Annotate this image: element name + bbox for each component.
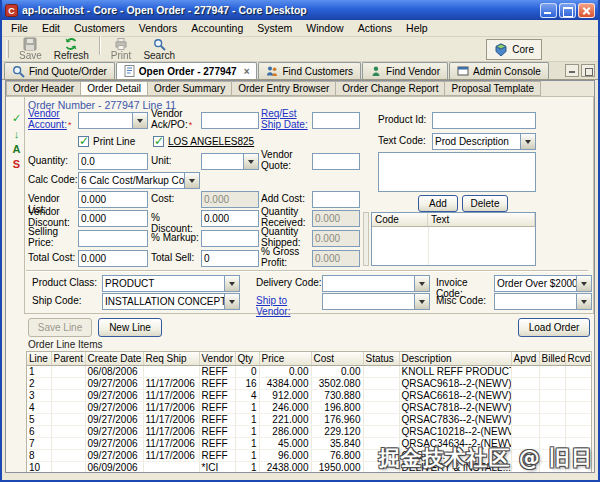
table-row[interactable]: 1006/09/2006*ICI12438.0001950.000DELIVER… bbox=[27, 462, 591, 474]
column-header-description[interactable]: Description bbox=[399, 352, 511, 366]
letter-a-icon[interactable]: A bbox=[10, 143, 23, 156]
calc-code-combo[interactable]: 6 Calc Cost/Markup Cost bbox=[78, 172, 200, 189]
search-button[interactable]: Search bbox=[137, 36, 181, 62]
tab-find-vendor[interactable]: Find Vendor bbox=[362, 62, 448, 79]
total-sell-input[interactable] bbox=[201, 250, 259, 267]
table-row[interactable]: 509/27/200611/17/2006REFF1221.000176.960… bbox=[27, 414, 591, 426]
check-icon[interactable]: ✓ bbox=[10, 112, 23, 125]
core-badge[interactable]: Core bbox=[486, 39, 542, 60]
table-row[interactable]: 609/27/200611/17/2006REFF1286.000229.120… bbox=[27, 426, 591, 438]
product-description-textarea[interactable] bbox=[378, 152, 536, 192]
unit-combo[interactable] bbox=[201, 153, 259, 170]
vendor-quote-input[interactable] bbox=[312, 153, 360, 170]
chevron-down-icon[interactable] bbox=[184, 173, 199, 188]
pct-markup-input[interactable] bbox=[201, 230, 259, 247]
print-line-checkbox[interactable]: Print Line bbox=[78, 136, 135, 147]
subtab-order-header[interactable]: Order Header bbox=[6, 81, 81, 96]
chevron-down-icon[interactable] bbox=[414, 294, 429, 309]
ship-location-checkbox[interactable]: LOS ANGELES825 bbox=[153, 136, 254, 147]
load-order-button[interactable]: Load Order bbox=[518, 318, 590, 337]
column-header-rcvd[interactable]: Rcvd bbox=[565, 352, 591, 366]
text-code-combo[interactable]: Prod Description bbox=[432, 133, 536, 150]
total-cost-input[interactable] bbox=[78, 250, 148, 267]
menu-window[interactable]: Window bbox=[299, 20, 350, 36]
pct-discount-input[interactable] bbox=[201, 210, 259, 227]
column-header-apvd[interactable]: Apvd bbox=[511, 352, 539, 366]
vendor-account-combo[interactable] bbox=[78, 112, 148, 129]
menu-file[interactable]: File bbox=[4, 20, 35, 36]
table-row[interactable]: 809/27/200611/17/2006REFF196.00076.800QR… bbox=[27, 450, 591, 462]
vendor-account-link[interactable]: Vendor Account: bbox=[28, 108, 67, 130]
chevron-down-icon[interactable] bbox=[132, 113, 147, 128]
req-est-ship-date-input[interactable] bbox=[312, 112, 360, 129]
letter-s-icon[interactable]: S bbox=[10, 158, 23, 171]
selling-price-input[interactable] bbox=[78, 230, 148, 247]
maximize-group-icon[interactable] bbox=[581, 64, 595, 77]
chevron-down-icon[interactable] bbox=[520, 134, 535, 149]
vendor-ack-po-input[interactable] bbox=[201, 112, 259, 129]
chevron-down-icon[interactable] bbox=[576, 294, 591, 309]
arrow-down-icon[interactable]: ↓ bbox=[10, 128, 23, 141]
add-button[interactable]: Add bbox=[418, 195, 458, 212]
product-id-input[interactable] bbox=[432, 112, 536, 129]
vendor-list-input[interactable] bbox=[78, 191, 148, 208]
ship-to-vendor-combo[interactable] bbox=[322, 293, 430, 310]
subtab-order-detail[interactable]: Order Detail bbox=[81, 81, 148, 96]
column-header-billed[interactable]: Billed bbox=[539, 352, 565, 366]
chevron-down-icon[interactable] bbox=[224, 294, 239, 309]
tab-find-quote-order[interactable]: Find Quote/Order bbox=[4, 62, 115, 79]
table-row[interactable]: 409/27/200611/17/2006REFF1246.000196.800… bbox=[27, 402, 591, 414]
chevron-down-icon[interactable] bbox=[243, 154, 258, 169]
column-header-req-ship[interactable]: Req Ship bbox=[143, 352, 199, 366]
column-header-vendor[interactable]: Vendor bbox=[199, 352, 235, 366]
chevron-down-icon[interactable] bbox=[576, 276, 591, 291]
column-header-status[interactable]: Status bbox=[363, 352, 399, 366]
column-header-create-date[interactable]: Create Date bbox=[85, 352, 143, 366]
maximize-button[interactable] bbox=[559, 3, 576, 18]
column-header-qty[interactable]: Qty bbox=[235, 352, 259, 366]
delivery-code-combo[interactable] bbox=[322, 275, 430, 292]
column-header-price[interactable]: Price bbox=[259, 352, 311, 366]
menu-vendors[interactable]: Vendors bbox=[132, 20, 185, 36]
code-table-scrollbar[interactable] bbox=[363, 212, 369, 266]
quantity-input[interactable] bbox=[78, 153, 148, 170]
table-row[interactable]: 309/27/200611/17/2006REFF4912.000730.880… bbox=[27, 390, 591, 402]
menu-edit[interactable]: Edit bbox=[35, 20, 67, 36]
column-header-line[interactable]: Line bbox=[27, 352, 51, 366]
product-class-combo[interactable]: PRODUCT bbox=[102, 275, 240, 292]
chevron-down-icon[interactable] bbox=[224, 276, 239, 291]
column-header-parent[interactable]: Parent bbox=[51, 352, 85, 366]
tab-open-order-277947[interactable]: Open Order - 277947× bbox=[116, 62, 258, 79]
column-header-cost[interactable]: Cost bbox=[311, 352, 363, 366]
vendor-discount-input[interactable] bbox=[78, 210, 148, 227]
ship-code-combo[interactable]: INSTALLATION CONCEPTS bbox=[102, 293, 240, 310]
close-button[interactable] bbox=[578, 3, 595, 18]
req-est-ship-date-link[interactable]: Req/Est Ship Date: bbox=[261, 108, 308, 130]
menu-customers[interactable]: Customers bbox=[67, 20, 132, 36]
close-icon[interactable]: × bbox=[244, 66, 250, 77]
menu-system[interactable]: System bbox=[250, 20, 299, 36]
tab-find-customers[interactable]: Find Customers bbox=[258, 62, 361, 79]
add-cost-input[interactable] bbox=[312, 191, 360, 208]
menu-actions[interactable]: Actions bbox=[351, 20, 399, 36]
tab-admin-console[interactable]: Admin Console bbox=[449, 62, 549, 79]
invoice-code-combo[interactable]: Order Over $2000 bbox=[494, 275, 592, 292]
ship-to-vendor-link[interactable]: Ship to Vendor: bbox=[256, 295, 290, 317]
misc-code-combo[interactable] bbox=[494, 293, 592, 310]
table-row[interactable]: 709/27/200611/17/2006REFF145.00035.840QR… bbox=[27, 438, 591, 450]
menu-help[interactable]: Help bbox=[399, 20, 435, 36]
new-line-button[interactable]: New Line bbox=[98, 318, 162, 337]
menu-accounting[interactable]: Accounting bbox=[184, 20, 250, 36]
delete-button[interactable]: Delete bbox=[462, 195, 508, 212]
minimize-group-icon[interactable] bbox=[565, 64, 579, 77]
table-row[interactable]: 209/27/200611/17/2006REFF164384.0003502.… bbox=[27, 378, 591, 390]
chevron-down-icon[interactable] bbox=[414, 276, 429, 291]
subtab-order-entry-browser[interactable]: Order Entry Browser bbox=[232, 81, 336, 96]
title-bar[interactable]: C ap-localhost - Core - Open Order - 277… bbox=[2, 0, 598, 20]
subtab-order-change-report[interactable]: Order Change Report bbox=[336, 81, 445, 96]
subtab-order-summary[interactable]: Order Summary bbox=[148, 81, 232, 96]
refresh-button[interactable]: Refresh bbox=[48, 36, 95, 62]
minimize-button[interactable] bbox=[540, 3, 557, 18]
table-row[interactable]: 106/08/2006REFF00.000.00KNOLL REFF PRODU… bbox=[27, 366, 591, 378]
subtab-proposal-template[interactable]: Proposal Template bbox=[445, 81, 541, 96]
